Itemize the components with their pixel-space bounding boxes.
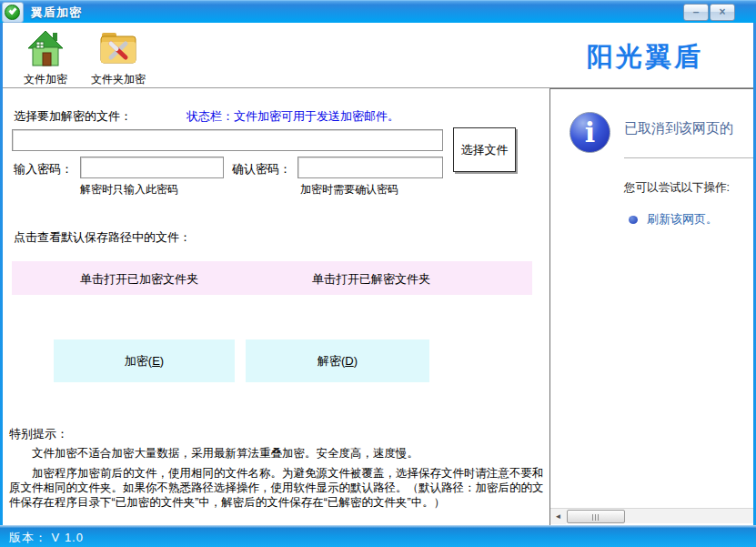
scrollbar-thumb-grip [592,514,600,521]
minimize-button[interactable]: – [683,4,709,21]
confirm-password-label: 确认密码： [232,161,291,177]
titlebar: 翼盾加密 – × [0,0,756,23]
window-title: 翼盾加密 [31,5,82,21]
folder-tools-icon [99,30,137,66]
horizontal-scrollbar[interactable]: ◄ [550,508,753,523]
info-icon: i [570,112,610,153]
tip-line-1: 文件加密不适合加密大量数据，采用最新算法重叠加密。安全度高，速度慢。 [9,446,546,461]
toolbar-item-label: 文件加密 [10,72,81,87]
file-select-label: 选择要加解密的文件： [14,108,132,125]
folder-links-bar: 单击打开已加密文件夹 单击打开已解密文件夹 [12,261,532,295]
version-text: 版本： V 1.0 [9,530,84,546]
app-icon[interactable] [2,2,24,23]
status-note: 状态栏：文件加密可用于发送加密邮件。 [186,108,399,125]
scrollbar-left-arrow-icon[interactable]: ◄ [550,509,566,524]
password-label: 输入密码： [14,161,73,177]
confirm-password-hint: 加密时需要确认密码 [300,182,398,198]
check-badge-icon [5,5,20,20]
confirm-password-input[interactable] [297,157,443,178]
main-panel: 选择要加解密的文件： 状态栏：文件加密可用于发送加密邮件。 选择文件 输入密码：… [3,88,549,525]
app-window: 翼盾加密 – × 文件加密 [0,0,756,547]
bullet-icon [629,216,638,224]
toolbar-item-file-encrypt[interactable]: 文件加密 [10,30,81,87]
default-folders-heading: 点击查看默认保存路径中的文件： [14,229,191,246]
refresh-page-link[interactable]: 刷新该网页。 [647,211,718,228]
encrypt-button[interactable]: 加密(E) [54,339,235,382]
tips-heading: 特别提示： [9,426,68,442]
close-button[interactable]: × [710,4,735,21]
house-icon [26,30,65,66]
password-input[interactable] [80,157,224,178]
browser-error-panel: i 已取消到该网页的 您可以尝试以下操作: 刷新该网页。 ◄ [549,88,753,525]
suggestions-label: 您可以尝试以下操作: [624,180,730,196]
tip-line-2: 加密程序加密前后的文件，使用相同的文件名称。为避免源文件被覆盖，选择保存文件时请… [9,466,546,510]
decrypt-button[interactable]: 解密(D) [246,339,429,382]
choose-file-button[interactable]: 选择文件 [453,127,516,172]
error-heading: 已取消到该网页的 [624,120,733,137]
statusbar: 版本： V 1.0 [0,525,756,547]
divider [624,157,753,158]
toolbar-item-folder-encrypt[interactable]: 文件夹加密 [83,30,154,87]
open-decrypted-folder-link[interactable]: 单击打开已解密文件夹 [312,271,430,288]
password-hint: 解密时只输入此密码 [80,182,178,198]
brand-logo: 阳光翼盾 [587,39,723,76]
open-encrypted-folder-link[interactable]: 单击打开已加密文件夹 [80,271,198,288]
file-path-input[interactable] [12,129,443,151]
toolbar: 文件加密 文件夹加密 阳光翼盾 [3,23,753,88]
scrollbar-thumb[interactable] [567,510,625,523]
toolbar-item-label: 文件夹加密 [83,72,154,87]
